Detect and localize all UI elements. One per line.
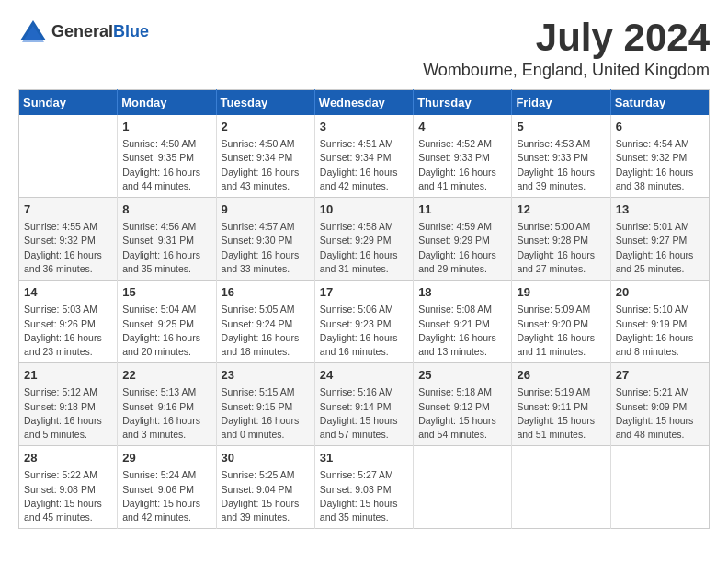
day-number: 25	[418, 367, 506, 384]
logo: General Blue	[18, 18, 149, 44]
calendar-cell: 15Sunrise: 5:04 AM Sunset: 9:25 PM Dayli…	[118, 281, 216, 363]
day-number: 8	[122, 201, 210, 218]
logo-blue-text: Blue	[113, 22, 149, 41]
calendar-cell: 23Sunrise: 5:15 AM Sunset: 9:15 PM Dayli…	[216, 363, 314, 446]
calendar-cell: 22Sunrise: 5:13 AM Sunset: 9:16 PM Dayli…	[118, 363, 216, 446]
title-area: July 2024 Wombourne, England, United Kin…	[423, 18, 710, 80]
day-number: 13	[616, 201, 704, 218]
day-info: Sunrise: 5:04 AM Sunset: 9:25 PM Dayligh…	[122, 303, 210, 359]
calendar-cell: 19Sunrise: 5:09 AM Sunset: 9:20 PM Dayli…	[512, 281, 610, 363]
calendar-cell: 30Sunrise: 5:25 AM Sunset: 9:04 PM Dayli…	[216, 446, 314, 529]
calendar-cell	[512, 446, 610, 529]
day-info: Sunrise: 5:19 AM Sunset: 9:11 PM Dayligh…	[517, 385, 605, 442]
calendar-cell	[414, 446, 512, 529]
calendar-week-3: 14Sunrise: 5:03 AM Sunset: 9:26 PM Dayli…	[19, 281, 710, 363]
calendar-cell: 1Sunrise: 4:50 AM Sunset: 9:35 PM Daylig…	[118, 115, 216, 198]
day-info: Sunrise: 5:00 AM Sunset: 9:28 PM Dayligh…	[517, 220, 605, 276]
header-thursday: Thursday	[414, 90, 512, 116]
day-number: 12	[517, 201, 605, 218]
day-number: 2	[222, 119, 310, 135]
header-saturday: Saturday	[610, 90, 709, 116]
day-number: 27	[616, 367, 704, 384]
day-info: Sunrise: 4:56 AM Sunset: 9:31 PM Dayligh…	[122, 220, 210, 276]
day-info: Sunrise: 5:10 AM Sunset: 9:19 PM Dayligh…	[616, 303, 704, 359]
calendar-cell: 12Sunrise: 5:00 AM Sunset: 9:28 PM Dayli…	[512, 198, 610, 281]
day-info: Sunrise: 5:01 AM Sunset: 9:27 PM Dayligh…	[616, 220, 704, 276]
day-number: 6	[616, 119, 704, 135]
calendar-cell: 2Sunrise: 4:50 AM Sunset: 9:34 PM Daylig…	[216, 115, 314, 198]
day-info: Sunrise: 4:50 AM Sunset: 9:34 PM Dayligh…	[222, 137, 310, 193]
calendar-cell: 25Sunrise: 5:18 AM Sunset: 9:12 PM Dayli…	[414, 363, 512, 446]
day-number: 4	[418, 119, 506, 135]
calendar-cell: 17Sunrise: 5:06 AM Sunset: 9:23 PM Dayli…	[314, 281, 413, 363]
calendar-week-2: 7Sunrise: 4:55 AM Sunset: 9:32 PM Daylig…	[19, 198, 710, 281]
day-number: 10	[320, 201, 408, 218]
header-monday: Monday	[118, 90, 216, 116]
logo-general-text: General	[51, 22, 113, 41]
calendar-cell: 29Sunrise: 5:24 AM Sunset: 9:06 PM Dayli…	[118, 446, 216, 529]
day-info: Sunrise: 4:53 AM Sunset: 9:33 PM Dayligh…	[517, 137, 605, 193]
day-number: 18	[418, 284, 506, 301]
day-info: Sunrise: 4:55 AM Sunset: 9:32 PM Dayligh…	[24, 220, 112, 276]
calendar-cell	[610, 446, 709, 529]
calendar-week-1: 1Sunrise: 4:50 AM Sunset: 9:35 PM Daylig…	[19, 115, 710, 198]
day-number: 3	[320, 119, 408, 135]
page-header: General Blue July 2024 Wombourne, Englan…	[18, 18, 710, 80]
day-info: Sunrise: 5:05 AM Sunset: 9:24 PM Dayligh…	[222, 303, 310, 359]
day-number: 21	[24, 367, 112, 384]
day-info: Sunrise: 4:51 AM Sunset: 9:34 PM Dayligh…	[320, 137, 408, 193]
day-info: Sunrise: 5:24 AM Sunset: 9:06 PM Dayligh…	[122, 468, 210, 524]
calendar-cell: 10Sunrise: 4:58 AM Sunset: 9:29 PM Dayli…	[314, 198, 413, 281]
calendar-table: SundayMondayTuesdayWednesdayThursdayFrid…	[18, 89, 710, 529]
day-number: 14	[24, 284, 112, 301]
day-number: 22	[122, 367, 210, 384]
calendar-cell: 21Sunrise: 5:12 AM Sunset: 9:18 PM Dayli…	[19, 363, 118, 446]
day-info: Sunrise: 5:27 AM Sunset: 9:03 PM Dayligh…	[320, 468, 408, 524]
day-number: 11	[418, 201, 506, 218]
calendar-week-4: 21Sunrise: 5:12 AM Sunset: 9:18 PM Dayli…	[19, 363, 710, 446]
day-info: Sunrise: 5:09 AM Sunset: 9:20 PM Dayligh…	[517, 303, 605, 359]
calendar-cell: 24Sunrise: 5:16 AM Sunset: 9:14 PM Dayli…	[314, 363, 413, 446]
day-info: Sunrise: 5:08 AM Sunset: 9:21 PM Dayligh…	[418, 303, 506, 359]
day-info: Sunrise: 4:59 AM Sunset: 9:29 PM Dayligh…	[418, 220, 506, 276]
day-info: Sunrise: 4:52 AM Sunset: 9:33 PM Dayligh…	[418, 137, 506, 193]
calendar-cell: 8Sunrise: 4:56 AM Sunset: 9:31 PM Daylig…	[118, 198, 216, 281]
calendar-cell: 11Sunrise: 4:59 AM Sunset: 9:29 PM Dayli…	[414, 198, 512, 281]
day-number: 9	[222, 201, 310, 218]
header-sunday: Sunday	[19, 90, 118, 116]
calendar-cell: 20Sunrise: 5:10 AM Sunset: 9:19 PM Dayli…	[610, 281, 709, 363]
day-info: Sunrise: 5:22 AM Sunset: 9:08 PM Dayligh…	[24, 468, 112, 524]
calendar-cell: 27Sunrise: 5:21 AM Sunset: 9:09 PM Dayli…	[610, 363, 709, 446]
day-number: 15	[122, 284, 210, 301]
calendar-header-row: SundayMondayTuesdayWednesdayThursdayFrid…	[19, 90, 710, 116]
day-info: Sunrise: 4:50 AM Sunset: 9:35 PM Dayligh…	[122, 137, 210, 193]
day-info: Sunrise: 5:06 AM Sunset: 9:23 PM Dayligh…	[320, 303, 408, 359]
day-number: 19	[517, 284, 605, 301]
day-number: 26	[517, 367, 605, 384]
day-number: 17	[320, 284, 408, 301]
calendar-cell: 16Sunrise: 5:05 AM Sunset: 9:24 PM Dayli…	[216, 281, 314, 363]
calendar-week-5: 28Sunrise: 5:22 AM Sunset: 9:08 PM Dayli…	[19, 446, 710, 529]
calendar-cell	[19, 115, 118, 198]
day-number: 24	[320, 367, 408, 384]
day-number: 20	[616, 284, 704, 301]
calendar-cell: 28Sunrise: 5:22 AM Sunset: 9:08 PM Dayli…	[19, 446, 118, 529]
day-number: 30	[222, 450, 310, 466]
day-info: Sunrise: 5:13 AM Sunset: 9:16 PM Dayligh…	[122, 385, 210, 442]
location-title: Wombourne, England, United Kingdom	[423, 61, 710, 80]
calendar-cell: 14Sunrise: 5:03 AM Sunset: 9:26 PM Dayli…	[19, 281, 118, 363]
calendar-cell: 26Sunrise: 5:19 AM Sunset: 9:11 PM Dayli…	[512, 363, 610, 446]
day-info: Sunrise: 4:57 AM Sunset: 9:30 PM Dayligh…	[222, 220, 310, 276]
day-number: 1	[122, 119, 210, 135]
day-number: 31	[320, 450, 408, 466]
day-number: 7	[24, 201, 112, 218]
calendar-cell: 13Sunrise: 5:01 AM Sunset: 9:27 PM Dayli…	[610, 198, 709, 281]
calendar-cell: 3Sunrise: 4:51 AM Sunset: 9:34 PM Daylig…	[314, 115, 413, 198]
day-number: 5	[517, 119, 605, 135]
header-friday: Friday	[512, 90, 610, 116]
header-wednesday: Wednesday	[314, 90, 413, 116]
day-number: 23	[222, 367, 310, 384]
calendar-cell: 5Sunrise: 4:53 AM Sunset: 9:33 PM Daylig…	[512, 115, 610, 198]
day-info: Sunrise: 5:03 AM Sunset: 9:26 PM Dayligh…	[24, 303, 112, 359]
calendar-cell: 31Sunrise: 5:27 AM Sunset: 9:03 PM Dayli…	[314, 446, 413, 529]
